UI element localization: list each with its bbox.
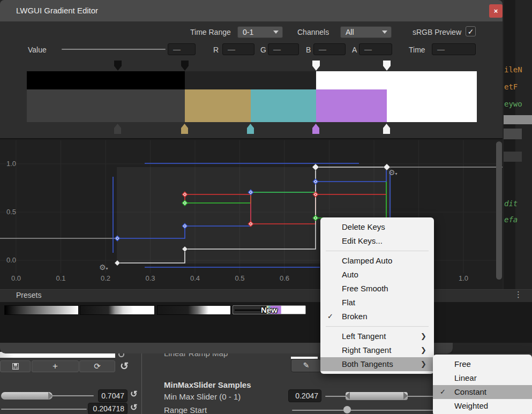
r-field[interactable]: — — [222, 43, 254, 55]
save-preset-button[interactable] — [0, 360, 31, 372]
menu-item-broken[interactable]: ✓Broken — [320, 310, 434, 323]
window-titlebar[interactable]: LWGUI Gradient Editor — [0, 0, 503, 21]
close-icon: × — [494, 7, 498, 15]
x-tick-label: 0.3 — [145, 274, 155, 282]
b-field[interactable]: — — [313, 43, 346, 55]
code-text: eywo — [504, 100, 522, 108]
menu-item-flat[interactable]: Flat — [320, 296, 434, 310]
submenu-item-weighted[interactable]: Weighted — [433, 399, 532, 413]
value-label: Value — [28, 46, 47, 54]
time-label: Time — [409, 46, 425, 54]
add-button[interactable]: + — [32, 360, 79, 372]
gradient-alpha-band[interactable] — [27, 71, 477, 89]
background-ui-block — [504, 152, 522, 162]
background-ui-block — [504, 115, 532, 124]
channels-value: All — [346, 28, 354, 36]
x-tick-label: 0.2 — [101, 274, 110, 282]
refresh-icon: ⟳ — [94, 362, 101, 371]
menu-item-label: Right Tangent — [342, 345, 391, 355]
menu-item-auto[interactable]: Auto — [320, 268, 434, 282]
gradient-band — [387, 89, 477, 122]
code-text: etF — [504, 82, 518, 91]
window-title: LWGUI Gradient Editor — [16, 6, 98, 15]
a-label: A — [352, 46, 357, 54]
pencil-icon: ✎ — [303, 361, 310, 370]
slider2-track[interactable] — [1, 409, 87, 410]
new-preset-button[interactable]: New — [233, 305, 306, 314]
menu-item-both-tangents[interactable]: Both Tangents❯ — [320, 357, 434, 371]
a-field[interactable]: — — [359, 43, 392, 55]
x-tick-label: 0.5 — [235, 274, 244, 282]
undo-icon[interactable]: ↻ — [130, 389, 137, 399]
g-label: G — [260, 46, 266, 54]
x-tick-label: 0.4 — [190, 274, 200, 282]
menu-item-edit-keys[interactable]: Edit Keys... — [320, 234, 434, 248]
menu-item-label: Auto — [342, 270, 358, 279]
time-range-value: 0-1 — [243, 28, 253, 36]
undo-icon[interactable]: ↻ — [120, 360, 129, 372]
y-tick-label: 0.0 — [6, 256, 16, 264]
gear-icon[interactable]: ⚙▾ — [388, 168, 398, 177]
presets-label: Presets — [16, 291, 41, 299]
menu-item-right-tangent[interactable]: Right Tangent❯ — [320, 343, 434, 357]
refresh-button[interactable]: ⟳ — [79, 360, 115, 372]
range-start-track[interactable] — [292, 410, 439, 411]
range-start-label: Range Start — [164, 405, 207, 414]
check-icon: ✓ — [468, 27, 474, 36]
value-slider[interactable] — [62, 49, 166, 50]
time-field[interactable]: — — [432, 43, 476, 55]
x-tick-label: 0.0 — [11, 274, 21, 282]
slider1-value[interactable]: 0.7047 — [98, 389, 128, 402]
y-tick-label: 0.5 — [6, 208, 16, 216]
preset-swatch[interactable] — [4, 305, 79, 315]
gear-icon[interactable]: ⚙▾ — [99, 263, 108, 272]
screen: ileNetFeywoditefa LWGUI Gradient Editor … — [0, 0, 532, 414]
minmax-slider-handle[interactable] — [346, 392, 408, 400]
menu-item-label: Delete Keys — [342, 222, 385, 231]
undo-icon[interactable]: ↻ — [130, 402, 137, 412]
gradient-band — [316, 89, 387, 122]
submenu-item-constant[interactable]: ✓Constant — [433, 385, 532, 399]
menu-item-clamped-auto[interactable]: Clamped Auto — [320, 254, 434, 268]
submenu-item-linear[interactable]: Linear — [433, 371, 532, 385]
minmax-value[interactable]: 0.2047 — [288, 389, 321, 402]
tangent-submenu: FreeLinear✓ConstantWeighted — [433, 355, 532, 414]
floppy-icon — [12, 363, 19, 370]
srgb-preview-checkbox[interactable]: ✓ — [466, 26, 476, 36]
g-field[interactable]: — — [268, 43, 299, 55]
check-icon: ✓ — [440, 385, 446, 399]
submenu-arrow-icon: ❯ — [421, 329, 426, 343]
menu-item-label: Edit Keys... — [342, 236, 383, 245]
kebab-menu-icon[interactable]: ⋮ — [514, 290, 522, 299]
time-range-dropdown[interactable]: 0-1 — [237, 26, 283, 38]
menu-item-left-tangent[interactable]: Left Tangent❯ — [320, 329, 434, 343]
y-tick-label: 1.0 — [6, 160, 16, 168]
minmax-right-cap-icon — [403, 392, 408, 400]
context-menu: Delete KeysEdit Keys...Clamped AutoAutoF… — [320, 217, 434, 374]
preset-swatch[interactable] — [80, 305, 155, 315]
submenu-item-free[interactable]: Free — [433, 357, 532, 371]
menu-item-label: Flat — [342, 298, 355, 307]
vertical-scrollbar-handle[interactable] — [496, 141, 502, 280]
menu-item-label: Free Smooth — [342, 284, 388, 293]
gradient-band — [185, 71, 316, 89]
menu-item-label: Weighted — [454, 401, 488, 410]
gradient-band — [251, 89, 316, 122]
code-text: efa — [504, 215, 518, 224]
edit-ramp-button[interactable]: ✎ — [291, 359, 321, 372]
time-range-label: Time Range — [190, 28, 231, 36]
channels-dropdown[interactable]: All — [340, 26, 392, 38]
slider1-handle[interactable] — [1, 392, 53, 400]
menu-item-free-smooth[interactable]: Free Smooth — [320, 282, 434, 296]
plus-icon: + — [53, 361, 58, 371]
preset-swatch[interactable] — [157, 305, 231, 315]
close-button[interactable]: × — [489, 4, 503, 18]
gradient-color-band[interactable] — [27, 89, 477, 122]
slider2-value[interactable]: 0.204718 — [88, 403, 128, 414]
chevron-down-icon — [382, 31, 387, 34]
value-field[interactable]: — — [168, 43, 196, 55]
menu-item-delete-keys[interactable]: Delete Keys — [320, 220, 434, 234]
range-start-thumb[interactable] — [343, 406, 351, 413]
menu-item-label: Free — [454, 359, 471, 368]
new-preset-label: New — [261, 305, 278, 314]
